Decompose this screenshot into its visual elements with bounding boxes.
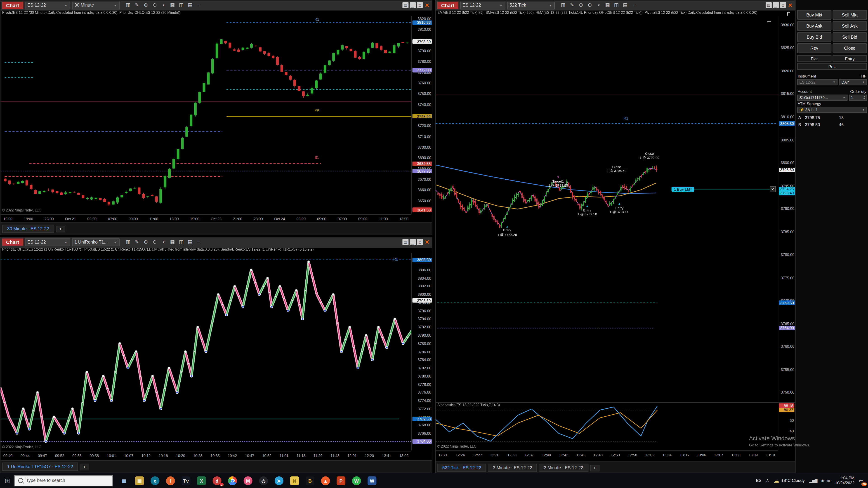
file-explorer-icon[interactable]: ▣ xyxy=(135,476,144,485)
pencil-icon[interactable]: ✎ xyxy=(133,239,140,245)
interval-select[interactable]: 1 UniRenko T1...▼ xyxy=(72,238,119,246)
network-icon[interactable]: ▂▅▇ xyxy=(809,478,817,483)
sell-bid-button[interactable]: Sell Bid xyxy=(833,32,867,42)
account-select[interactable]: S1Oct1711170...▼ xyxy=(797,95,848,101)
instrument-select[interactable]: ES 12-22▼ xyxy=(25,1,70,9)
maximize-button[interactable]: □ xyxy=(780,2,786,8)
notification-center[interactable]: ▭29 xyxy=(859,478,864,483)
chart-menu-badge[interactable]: Chart xyxy=(2,2,23,9)
menu-icon[interactable]: ≡ xyxy=(196,239,202,245)
bybit-icon[interactable]: B xyxy=(306,476,314,485)
grid-icon[interactable]: ▦ xyxy=(604,2,611,8)
maximize-button[interactable]: □ xyxy=(417,239,423,245)
pencil-icon[interactable]: ✎ xyxy=(569,2,575,8)
interval-select[interactable]: 522 Tick▼ xyxy=(507,1,555,9)
cancel-order-icon[interactable]: ✕ xyxy=(770,186,776,192)
instrument-select[interactable]: ES 12-22▼ xyxy=(25,238,70,246)
panels-icon[interactable]: ◫ xyxy=(178,239,184,245)
firefox-icon[interactable]: f xyxy=(166,476,175,485)
zoom-out-icon[interactable]: ⊖ xyxy=(151,239,158,245)
stochastics-panel[interactable]: © 2022 NinjaTrader, LLC xyxy=(436,402,778,450)
databox-icon[interactable]: ▤ xyxy=(187,2,193,8)
chart-tab-3-minute[interactable]: 3 Minute - ES 12-22 xyxy=(488,464,537,472)
edge-icon[interactable]: e xyxy=(151,476,159,485)
zoom-in-icon[interactable]: ⊕ xyxy=(143,2,149,8)
time-axis[interactable]: 12:2112:2412:2712:3012:3312:3712:4012:42… xyxy=(436,450,778,459)
quantity-stepper[interactable]: 1▲▼ xyxy=(849,95,867,101)
databox-icon[interactable]: ▤ xyxy=(622,2,628,8)
close-button[interactable]: ✕ xyxy=(424,239,430,245)
task-view-icon[interactable]: ▦ xyxy=(120,476,128,485)
chart-plot[interactable]: © 2022 NinjaTrader, LLC R1PPS1 xyxy=(0,16,411,214)
scroll-to-latest-arrow-icon[interactable]: ← xyxy=(766,17,772,24)
minimize-button[interactable]: ▁ xyxy=(773,2,779,8)
crosshair-icon[interactable]: ⌖ xyxy=(595,2,602,8)
close-button[interactable]: ✕ xyxy=(424,2,430,8)
atm-strategy-select[interactable]: ⚡ 3A1 - 1 ▼ xyxy=(797,107,867,113)
powerpoint-icon[interactable]: P xyxy=(337,476,345,485)
buy-ask-button[interactable]: Buy Ask xyxy=(797,21,832,31)
price-axis[interactable]: 3830.003825.003820.003815.003810.003805.… xyxy=(778,17,796,401)
chart-plot[interactable]: ← R1Close1 @ 3799.00Close1 @ 3795.50▼Tar… xyxy=(436,17,778,401)
zoom-in-icon[interactable]: ⊕ xyxy=(578,2,584,8)
maximize-button[interactable]: □ xyxy=(417,2,423,8)
chart-plot[interactable]: © 2022 NinjaTrader, LLC R1 xyxy=(0,253,411,450)
chart-menu-badge[interactable]: Chart xyxy=(437,2,458,9)
panels-icon[interactable]: ◫ xyxy=(178,2,184,8)
zoom-in-icon[interactable]: ⊕ xyxy=(143,239,149,245)
time-axis[interactable]: 15:0019:0023:00Oct 2105:0007:0009:0011:0… xyxy=(0,214,411,223)
brave-icon[interactable]: ▲ xyxy=(321,476,330,485)
word-icon[interactable]: W xyxy=(368,476,376,485)
spinner-arrows-icon[interactable]: ▲▼ xyxy=(863,95,865,100)
chart-tab-522-tick[interactable]: 522 Tick - ES 12-22 xyxy=(437,464,486,472)
hidden-icons-chevron-icon[interactable]: ∧ xyxy=(766,478,769,483)
price-axis[interactable]: 3820.003810.003800.003790.003780.003770.… xyxy=(411,16,432,214)
buy-mkt-button[interactable]: Buy Mkt xyxy=(797,10,832,20)
zoom-out-icon[interactable]: ⊖ xyxy=(587,2,593,8)
chart-style-icon[interactable]: ▥ xyxy=(125,2,131,8)
working-order-badge[interactable]: 1 Buy LMT xyxy=(672,187,694,192)
gmail-icon[interactable]: M xyxy=(244,476,252,485)
price-axis[interactable]: 3806.003804.003802.003800.003798.003796.… xyxy=(411,253,432,450)
instrument-select[interactable]: ES 12-22▼ xyxy=(460,1,505,9)
add-tab-button[interactable]: + xyxy=(56,225,65,232)
weather-widget[interactable]: ☁ 18°C Cloudy xyxy=(774,477,805,484)
crosshair-icon[interactable]: ⌖ xyxy=(160,239,167,245)
reverse-button[interactable]: Rev xyxy=(797,43,832,53)
whatsapp-icon[interactable]: W xyxy=(352,476,361,485)
pencil-icon[interactable]: ✎ xyxy=(133,2,140,8)
battery-icon[interactable]: ▭ xyxy=(827,478,831,483)
options-button[interactable]: ▤ xyxy=(402,239,408,245)
sell-mkt-button[interactable]: Sell Mkt xyxy=(833,10,867,20)
panels-icon[interactable]: ◫ xyxy=(613,2,620,8)
flat-indicator[interactable]: Flat xyxy=(797,55,832,62)
entry-indicator[interactable]: Entry xyxy=(833,55,867,62)
options-button[interactable]: ▤ xyxy=(766,2,772,8)
close-button[interactable]: ✕ xyxy=(787,2,793,8)
language-indicator[interactable]: ES xyxy=(756,478,762,483)
grid-icon[interactable]: ▦ xyxy=(169,239,176,245)
options-button[interactable]: ▤ xyxy=(402,2,408,8)
excel-icon[interactable]: X xyxy=(197,476,206,485)
minimize-button[interactable]: ▁ xyxy=(410,239,416,245)
telegram-icon[interactable]: ➤ xyxy=(275,476,283,485)
tif-select[interactable]: DAY▼ xyxy=(839,79,867,85)
buy-bid-button[interactable]: Buy Bid xyxy=(797,32,832,42)
chart-tab[interactable]: 30 Minute - ES 12-22 xyxy=(2,225,54,233)
sell-ask-button[interactable]: Sell Ask xyxy=(833,21,867,31)
databox-icon[interactable]: ▤ xyxy=(187,239,193,245)
start-button[interactable]: ⊞ xyxy=(0,477,14,484)
close-position-button[interactable]: Close xyxy=(833,43,867,53)
add-tab-button[interactable]: + xyxy=(590,464,599,471)
discord-icon[interactable]: d2 xyxy=(213,476,221,485)
menu-icon[interactable]: ≡ xyxy=(196,2,202,8)
notes-icon[interactable]: N xyxy=(290,476,299,485)
tradingview-icon[interactable]: Tv xyxy=(182,476,190,485)
chart-trader-collapse[interactable]: F xyxy=(787,11,790,17)
trader-instrument-select[interactable]: ES 12-22▼ xyxy=(797,79,838,85)
taskbar-search[interactable]: Type here to search xyxy=(14,475,113,486)
taskbar-clock[interactable]: 1:04 PM 10/24/2022 xyxy=(835,476,855,486)
chrome-icon[interactable] xyxy=(228,476,237,485)
chart-style-icon[interactable]: ▥ xyxy=(125,239,131,245)
grid-icon[interactable]: ▦ xyxy=(169,2,176,8)
